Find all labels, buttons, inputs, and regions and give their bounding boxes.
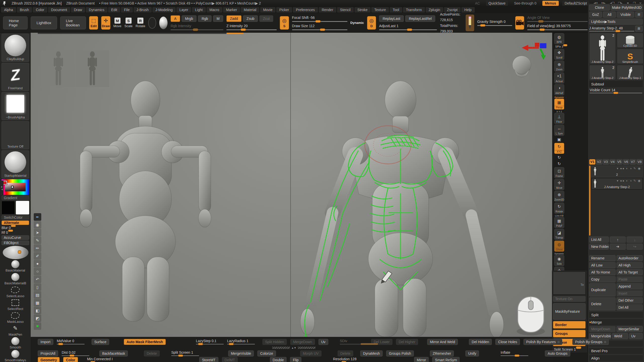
zoom-button[interactable]: ⊕Zoom — [554, 61, 565, 72]
groups-polish-button[interactable]: Groups Polish — [386, 350, 414, 356]
dynamic-brush-size-icon[interactable]: ◎ D — [367, 16, 376, 30]
pencil-tool-icon[interactable] — [466, 15, 474, 31]
menu-dynamics[interactable]: Dynamics — [86, 7, 107, 13]
r-button[interactable]: R — [635, 12, 643, 18]
lightbox-button[interactable]: LightBox — [31, 16, 57, 29]
mergevisible-button[interactable]: MergeVisible — [228, 350, 254, 356]
import-button[interactable]: Import — [38, 339, 53, 345]
weld-button[interactable]: Weld — [612, 333, 628, 339]
blur-slider[interactable]: Blur 0 — [2, 226, 29, 230]
fill-object-button[interactable]: FillObject — [2, 241, 29, 245]
lazyradius-1-slider[interactable]: LazyRadius 1 — [227, 339, 255, 344]
goz-visible-button[interactable]: Visible — [617, 12, 634, 18]
tray-smooth[interactable]: Smooth — [2, 337, 29, 349]
y-button[interactable]: ↻Y — [554, 155, 565, 160]
subtool-header[interactable]: Subtool — [589, 81, 643, 87]
del-all-button[interactable]: Del All — [617, 304, 643, 310]
mode-dot-icon[interactable] — [558, 341, 559, 343]
aahalf-button[interactable]: ◑AAHalf — [554, 84, 565, 95]
split-section[interactable]: Split — [589, 311, 643, 318]
double-button[interactable]: Double — [270, 357, 287, 362]
focal-shift-slider[interactable]: Focal Shift -56 — [292, 16, 347, 22]
rotate-button[interactable]: ↻Rotate — [554, 203, 565, 214]
rename-button[interactable]: Rename — [589, 255, 616, 261]
gravity-strength-slider[interactable]: Gravity Strength 0 — [477, 20, 512, 26]
menu-macro[interactable]: Macro — [207, 7, 222, 13]
document-canvas[interactable]: ✒◉➤✎✏✐●○↶▯▤▦◧◩■ — [31, 33, 552, 337]
menu-help[interactable]: Help — [461, 7, 475, 13]
replay-last-rel-button[interactable]: ReplayLastRel — [405, 15, 435, 22]
subtool-item-selected[interactable]: ▾ ●● ◐ ◑ ✎ ◉ J Anatomy Step-2 — [591, 178, 643, 190]
material-preview-sphere[interactable] — [3, 246, 28, 259]
version-tab-v1[interactable]: V1 — [589, 159, 595, 165]
del-other-button[interactable]: Del Other — [617, 297, 643, 303]
menu-stroke[interactable]: Stroke — [354, 7, 371, 13]
color-a-toggle[interactable]: A — [171, 15, 180, 22]
active-tool-slider[interactable]: J Anatomy Step-2. 48 — [589, 26, 634, 31]
dynamesh-button[interactable]: DynaMesh — [360, 350, 383, 356]
split-hidden-button[interactable]: Split Hidden — [262, 339, 287, 345]
menu-render[interactable]: Render — [319, 7, 336, 13]
goz-all-button[interactable]: All — [603, 12, 616, 18]
version-tab-v4[interactable]: V4 — [610, 159, 616, 165]
menu-j-modeling[interactable]: J-Modeling — [152, 7, 176, 13]
append-button[interactable]: Append — [617, 283, 643, 289]
merge-down-button[interactable]: MergeDown — [589, 326, 616, 332]
version-tab-v7[interactable]: V7 — [630, 159, 636, 165]
accucurve-button[interactable]: AccuCurve — [2, 235, 29, 240]
visible-count-slider[interactable]: Visible Count 14 — [589, 88, 643, 158]
backfacemask-button[interactable]: BackfaceMask — [99, 350, 128, 356]
secondary-color-swatch[interactable] — [16, 201, 29, 214]
paste-button[interactable]: Paste — [617, 276, 643, 282]
make-polymesh3d-button[interactable]: Make PolyMesh3D — [611, 5, 643, 11]
persp-button[interactable]: Dynamic▦Persp — [554, 96, 565, 110]
menu-j-brush[interactable]: J-Brush — [134, 7, 152, 13]
tray-selectrect[interactable]: SelectRect — [2, 298, 29, 311]
merge-visible-button[interactable]: MergeVisible — [589, 333, 611, 339]
bpr-button[interactable]: ◍BPR — [554, 33, 565, 44]
subtool-item-icons[interactable]: ▾ ●● ◐ ◑ ✎ ◉ — [617, 167, 641, 170]
delmt-button[interactable]: DelMT — [222, 357, 238, 362]
zremesher-button[interactable]: ZRemesher — [430, 350, 454, 356]
menu-stencil[interactable]: Stencil — [337, 7, 354, 13]
replay-last-button[interactable]: ReplayLast — [379, 15, 404, 22]
menu-tool[interactable]: Tool — [390, 7, 402, 13]
tray-brushalpha[interactable]: ~BrushAlpha — [2, 92, 29, 120]
alternate-toggle[interactable]: Alternate — [2, 220, 29, 225]
z-button[interactable]: ↻Z — [554, 161, 565, 166]
zcut-toggle[interactable]: Zcut — [259, 15, 273, 22]
color-button[interactable]: Color — [63, 357, 78, 362]
inflate-slider[interactable]: Inflate — [501, 350, 528, 356]
move-button[interactable]: ✛Move — [554, 179, 565, 190]
delete-button[interactable]: Delete — [589, 297, 616, 310]
texture-on-button[interactable]: Texture On — [553, 296, 586, 302]
menu-material[interactable]: Material — [241, 7, 259, 13]
tray-claybuildup[interactable]: ClayBuildup — [2, 34, 29, 62]
polish-by-groups-button[interactable]: Polish By Groups — [572, 339, 609, 345]
morph-uv-button[interactable]: Morph UV — [300, 350, 321, 356]
m-toggle[interactable]: M — [213, 15, 223, 22]
default-zscript-button[interactable]: DefaultZScript — [562, 1, 590, 6]
subtool-item[interactable]: ▾ ●● ◐ ◑ ✎ ◉ 2 — [591, 166, 643, 177]
delete-button[interactable]: Delete — [144, 350, 159, 356]
r-button-2[interactable]: R — [635, 26, 643, 32]
list-all-button[interactable]: List All — [589, 237, 609, 243]
brush-size-icon[interactable]: ◎ S — [280, 16, 289, 30]
colorize-button[interactable]: Colorize — [257, 350, 276, 356]
zsub-toggle[interactable]: Zsub — [243, 15, 258, 22]
main-color-swatch[interactable] — [2, 201, 15, 214]
version-tab-v8[interactable]: V8 — [636, 159, 643, 165]
min-connected-i-slider[interactable]: Min Connected I — [87, 357, 115, 362]
menu-movie[interactable]: Movie — [260, 7, 275, 13]
menu-edit[interactable]: Edit — [108, 7, 120, 13]
sdiv-slider[interactable]: SDiv — [340, 339, 368, 344]
tray-startupmaterial[interactable]: StartupMaterial — [2, 150, 29, 178]
menu-color[interactable]: Color — [33, 7, 47, 13]
split-screen-1-slider[interactable]: Split Screen 1 — [171, 350, 199, 356]
switch-color-button[interactable]: SwitchColor — [2, 215, 29, 220]
tray-basicmaterial[interactable]: BasicMaterial — [2, 260, 29, 272]
uv-button[interactable]: Uv — [629, 333, 643, 339]
palette-collapse-handle[interactable]: ▲▼ — [272, 346, 315, 349]
surface-button[interactable]: Surface — [92, 339, 109, 345]
new-folder-button[interactable]: New Folder — [589, 244, 609, 250]
